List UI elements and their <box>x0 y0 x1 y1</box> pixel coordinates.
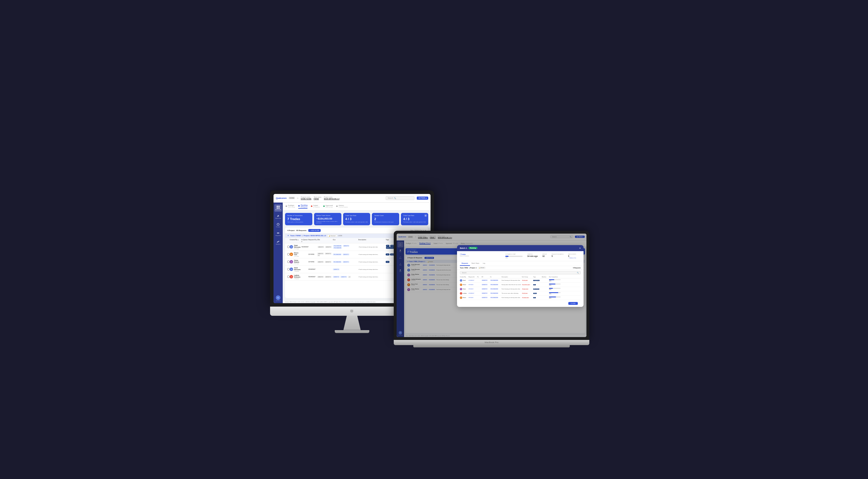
tab-pending[interactable]: Pending 95 Requests <box>298 204 307 209</box>
desc-cell: • Fixed missing sch demap state clear... <box>359 253 386 255</box>
dashboard-icon <box>276 206 280 209</box>
sidebar-item-dashboard[interactable]: Dashboard <box>274 204 282 212</box>
modal-desc-cell: Fixed missing sch demap state clear <box>502 288 522 289</box>
header-cls: CLs <box>333 239 359 242</box>
stat-value-transactions: 7 Tradas <box>287 217 310 221</box>
lock-button[interactable]: LOCK <box>338 235 342 237</box>
unlock-badge[interactable]: 🔓 Unlocked <box>327 235 337 237</box>
progress-fill <box>505 256 508 257</box>
modal-close-x[interactable]: × <box>579 247 581 249</box>
macbook-base: MacBook Pro <box>394 340 589 345</box>
cl-pill: FW-29482296 <box>333 261 342 263</box>
modal-title-row: Batch 1 Running <box>460 247 477 249</box>
weight-label: WEIGHT <box>542 253 547 255</box>
modal-reqid-cell: GF45456 <box>468 297 477 298</box>
row-checkbox[interactable] <box>287 261 290 263</box>
home-icon[interactable]: ⌂ <box>297 197 299 199</box>
add-filter-button[interactable]: + ADD FILTER <box>308 229 321 232</box>
modal-reqid-cell: 413465667 <box>468 280 477 281</box>
search-icon: 🔍 <box>394 197 396 199</box>
modal-stat-requests: REQUESTS IN BATCH 5 <box>552 253 564 259</box>
modal-user-cell: DY Devon <box>460 297 468 299</box>
chevron-down-icon: ▾ <box>426 197 427 199</box>
modal-title: Batch 1 <box>460 247 467 249</box>
plus-icon: + <box>310 230 311 231</box>
action-button[interactable]: ACTION ▾ <box>417 197 428 200</box>
row-checkbox[interactable] <box>287 276 290 278</box>
modal-table-row: DY Devon GF45456 24859772 FW-29482296 Fi… <box>460 296 581 300</box>
stat-value-ratio2: 4 / 3 <box>403 217 426 221</box>
modal-desc-cell: The corner case, when releasing <box>502 293 522 294</box>
modal-user-avatar: VS <box>460 288 462 290</box>
imac-stand <box>343 316 361 330</box>
search-box[interactable]: Search 🔍 <box>386 196 414 200</box>
modal-transactions-stat: 7 Tradas Number of Transactions <box>460 253 505 259</box>
modal-team-label: Team: FWNr <box>460 267 468 269</box>
sidebar-item-regression[interactable]: Regression <box>274 213 282 220</box>
modal-user-avatar: VS <box>460 279 462 282</box>
tab-history[interactable]: History Previous requests <box>336 205 348 208</box>
copyright-label: Copyright © 2021 QUALCOMM Incorporated. … <box>310 301 376 303</box>
crs-cell: 24859772 24859772 <box>317 276 333 278</box>
modal-cl-cell: FW-29482296 <box>490 288 502 289</box>
modal-desc-cell: Demap state clear title and use carrier <box>502 284 522 285</box>
sidebar-item-integration[interactable]: Integration <box>274 230 282 238</box>
sidebar-item-label: Promote <box>276 226 280 228</box>
user-avatar[interactable]: G <box>276 296 280 300</box>
preflight-dot <box>286 205 287 207</box>
modal-table-header: Created By Request Id Pri. CR CL Descrip… <box>460 276 581 278</box>
svg-rect-3 <box>278 207 280 209</box>
user-info: Devon York 2 hrs ago <box>294 252 302 257</box>
svg-rect-0 <box>277 206 278 207</box>
modal-search[interactable]: Search 🔍 <box>460 271 581 274</box>
svg-rect-1 <box>278 206 280 207</box>
sidebar-item-qualytics[interactable]: Qualytics <box>274 239 282 246</box>
expand-icon[interactable]: ▼ <box>287 235 289 237</box>
cl-pill: FW-29482296 <box>333 245 342 247</box>
tab-approved-label: Approved <box>326 205 333 206</box>
qualcomm-logo: Qualcomm <box>276 197 286 199</box>
modal-desc-cell: Fixed missing sch demap state clear <box>502 297 522 298</box>
user-label: Guru Groot <box>276 300 280 301</box>
header-queue: In Queue ▴ <box>302 239 308 242</box>
user-info: Ludmia Schwartz 1 day ago <box>294 274 302 279</box>
cl-pill: 24859772 <box>343 253 349 255</box>
sidebar-item-promote[interactable]: Promote <box>274 221 282 229</box>
history-sub: Previous requests <box>339 206 348 208</box>
tab-failed[interactable]: Failed 42 Requests <box>311 205 319 208</box>
user-avatar: VS <box>290 268 293 271</box>
tab-preflight-label: Preflight <box>288 205 295 206</box>
modal-tab-log[interactable]: Log <box>481 261 487 266</box>
modal-tech-cell: Fal_elf_mpro <box>522 293 533 294</box>
modal-header: Batch 1 Running × <box>457 245 584 251</box>
modal-tab-batch-steps[interactable]: Batch Steps <box>470 261 481 266</box>
tabs-bar: Preflight 12/21 running Pending 95 Reque… <box>283 203 431 211</box>
logo-badge: CCOE <box>289 197 294 199</box>
row-checkbox[interactable] <box>287 246 290 248</box>
cr-badge: 24859772 <box>325 252 332 254</box>
table-project-count: 4 Project <box>287 230 294 231</box>
row-checkbox[interactable] <box>287 268 290 270</box>
collapse-button[interactable]: ▲ <box>424 214 427 217</box>
modal-tab-requests[interactable]: Requests <box>460 261 470 266</box>
modal-completion-cell: 33% <box>549 288 581 290</box>
stat-label-senator: Senator Count <box>374 215 397 216</box>
close-button[interactable]: CLOSE <box>568 302 578 305</box>
sidebar-item-label: Qualytics <box>276 243 280 245</box>
project-label: Project: MAIN MPSS.DE.1.0 <box>304 235 326 237</box>
modal-user-cell: VS Vivian <box>460 288 468 290</box>
cl-pill: 24859772 <box>343 261 349 263</box>
stat-desc-ratio2: Purchases trades / sale trade (partial o… <box>403 221 426 223</box>
modal-tech-cell: Fal_target_mpro <box>522 297 533 298</box>
modal-tabs: Requests Batch Steps Log <box>457 261 584 266</box>
cr-count: +3 <box>317 254 320 256</box>
tab-approved[interactable]: Approved 24/36 running <box>323 205 333 208</box>
cls-cell: 24859772 <box>333 268 359 270</box>
row-checkbox[interactable] <box>287 253 290 255</box>
req-id-cell: GF45456 <box>308 261 317 263</box>
modal-completion-cell: 79% <box>549 292 581 295</box>
modal-table-row: LS Ludmia 413465667 24859772 FW-29482296… <box>460 292 581 296</box>
tab-preflight[interactable]: Preflight 12/21 running <box>286 205 295 208</box>
tag-badge: 12L <box>386 245 390 247</box>
validations-link[interactable]: ✓ Validations | Tools <box>568 258 576 259</box>
